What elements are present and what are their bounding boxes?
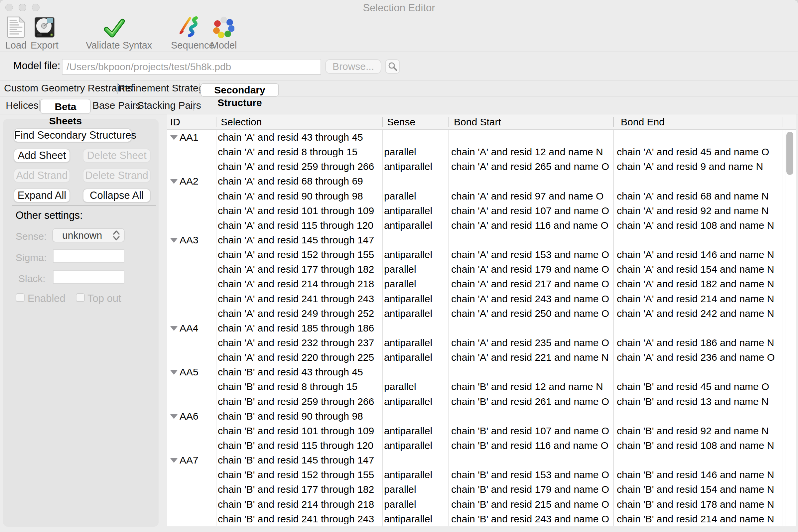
cell-selection: chain 'A' and resid 145 through 147 (218, 233, 374, 247)
table-row[interactable]: chain 'A' and resid 177 through 182 para… (167, 262, 796, 277)
cell-bond-start: chain 'B' and resid 116 and name O (451, 438, 608, 453)
table-row[interactable]: chain 'B' and resid 101 through 109 anti… (167, 424, 796, 438)
vertical-scrollbar-thumb[interactable] (786, 132, 793, 175)
disclosure-triangle-icon[interactable] (170, 135, 177, 140)
slack-field[interactable] (53, 270, 125, 284)
cell-sense: antiparallel (384, 306, 432, 321)
cell-bond-start: chain 'A' and resid 107 and name O (451, 204, 609, 218)
load-button[interactable]: Load (3, 15, 29, 51)
table-row[interactable]: chain 'A' and resid 115 through 120 anti… (167, 218, 796, 233)
expand-all-button[interactable]: Expand All (14, 189, 70, 203)
table-row[interactable]: AA5 chain 'B' and resid 43 through 45 (167, 365, 796, 379)
subtab-base-pairs[interactable]: Base Pairs (92, 97, 132, 114)
column-header-bond-start[interactable]: Bond Start (454, 114, 501, 129)
column-separator (216, 130, 216, 526)
subtab-separator (39, 100, 40, 111)
subtab-helices[interactable]: Helices (5, 97, 39, 114)
cell-selection: chain 'B' and resid 43 through 45 (218, 365, 363, 379)
table-row[interactable]: chain 'A' and resid 214 through 218 para… (167, 277, 796, 291)
table-row[interactable]: AA3 chain 'A' and resid 145 through 147 (167, 233, 796, 247)
table-row[interactable]: chain 'B' and resid 241 through 243 anti… (167, 512, 796, 526)
table-row[interactable]: chain 'A' and resid 249 through 252 anti… (167, 306, 796, 321)
sense-dropdown[interactable]: unknown (52, 228, 125, 242)
column-header-sense[interactable]: Sense (387, 114, 415, 129)
table-row[interactable]: AA7 chain 'B' and resid 145 through 147 (167, 453, 796, 468)
add-strand-button[interactable]: Add Strand (14, 169, 70, 183)
table-row[interactable]: chain 'A' and resid 152 through 155 anti… (167, 247, 796, 262)
tab-custom-geometry-restraints[interactable]: Custom Geometry Restraints (4, 80, 116, 96)
column-resize-handle[interactable] (782, 117, 782, 127)
model-file-label: Model file: (13, 57, 60, 75)
cell-selection: chain 'A' and resid 101 through 109 (218, 204, 374, 218)
sigma-field[interactable] (53, 249, 125, 263)
table-row[interactable]: AA2 chain 'A' and resid 68 through 69 (167, 174, 796, 189)
disclosure-triangle-icon[interactable] (170, 414, 177, 419)
sigma-label: Sigma: (16, 252, 46, 263)
disclosure-triangle-icon[interactable] (170, 238, 177, 243)
cell-bond-start: chain 'A' and resid 265 and name O (451, 159, 609, 174)
table-row[interactable]: chain 'B' and resid 152 through 155 anti… (167, 468, 796, 482)
sequence-button[interactable]: Sequence (171, 15, 208, 51)
disclosure-triangle-icon[interactable] (170, 370, 177, 375)
column-header-bond-end[interactable]: Bond End (621, 114, 665, 129)
cell-bond-end: chain 'B' and resid 146 and name N (617, 468, 774, 482)
table-row[interactable]: chain 'B' and resid 177 through 182 para… (167, 482, 796, 497)
collapse-all-button[interactable]: Collapse All (83, 189, 151, 203)
sense-value: unknown (62, 230, 102, 241)
table-row[interactable]: AA4 chain 'A' and resid 185 through 186 (167, 321, 796, 336)
model-label: Model (209, 40, 239, 51)
model-button[interactable]: Model (209, 15, 239, 51)
table-row[interactable]: chain 'B' and resid 115 through 120 anti… (167, 438, 796, 453)
search-button[interactable] (385, 59, 400, 74)
titlebar: Selection Editor (0, 0, 798, 15)
browse-button[interactable]: Browse... (325, 59, 381, 74)
validate-syntax-button[interactable]: Validate Syntax (86, 15, 143, 51)
cell-selection: chain 'A' and resid 90 through 98 (218, 189, 363, 204)
table-row[interactable]: AA6 chain 'B' and resid 90 through 98 (167, 409, 796, 424)
disclosure-triangle-icon[interactable] (170, 458, 177, 463)
tab-refinement-strategy[interactable]: Refinement Strategy (118, 80, 199, 96)
enabled-checkbox[interactable] (16, 293, 25, 302)
table-row[interactable]: chain 'A' and resid 232 through 237 anti… (167, 336, 796, 350)
export-button[interactable]: Export (31, 15, 58, 51)
column-resize-handle[interactable] (613, 117, 614, 127)
table-row[interactable]: chain 'A' and resid 8 through 15 paralle… (167, 145, 796, 159)
table-row[interactable]: chain 'A' and resid 241 through 243 anti… (167, 291, 796, 306)
sequence-ribbon-icon (171, 15, 208, 38)
table-row[interactable]: chain 'A' and resid 259 through 266 anti… (167, 159, 796, 174)
delete-sheet-button[interactable]: Delete Sheet (83, 149, 151, 163)
tab-secondary-structure[interactable]: Secondary Structure (201, 83, 279, 97)
top-out-checkbox[interactable] (76, 293, 85, 302)
table-row[interactable]: chain 'B' and resid 259 through 266 anti… (167, 394, 796, 409)
cell-id: AA7 (179, 453, 198, 468)
cell-selection: chain 'A' and resid 214 through 218 (218, 277, 374, 291)
column-resize-handle[interactable] (382, 117, 383, 127)
subtab-beta-sheets[interactable]: Beta Sheets (40, 99, 91, 114)
find-secondary-structures-button[interactable]: Find Secondary Structures (14, 128, 132, 142)
column-header-id[interactable]: ID (170, 114, 180, 129)
table-row[interactable]: AA1 chain 'A' and resid 43 through 45 (167, 130, 796, 145)
column-header-selection[interactable]: Selection (221, 114, 262, 129)
disclosure-triangle-icon[interactable] (170, 326, 177, 331)
table-row[interactable]: chain 'B' and resid 214 through 218 para… (167, 497, 796, 512)
cell-bond-start: chain 'A' and resid 243 and name O (451, 291, 609, 306)
table-row[interactable]: chain 'A' and resid 101 through 109 anti… (167, 204, 796, 218)
column-resize-handle[interactable] (216, 117, 216, 127)
cell-sense: antiparallel (384, 247, 432, 262)
table-row[interactable]: chain 'B' and resid 8 through 15 paralle… (167, 379, 796, 394)
cell-bond-start: chain 'A' and resid 153 and name O (451, 247, 609, 262)
model-file-input[interactable] (62, 59, 321, 75)
cell-id: AA6 (179, 409, 198, 424)
add-sheet-button[interactable]: Add Sheet (14, 149, 70, 163)
table-row[interactable]: chain 'A' and resid 90 through 98 parall… (167, 189, 796, 204)
subtab-stacking-pairs[interactable]: Stacking Pairs (137, 97, 191, 114)
column-resize-handle[interactable] (448, 117, 449, 127)
delete-strand-button[interactable]: Delete Strand (83, 169, 151, 183)
cell-selection: chain 'B' and resid 152 through 155 (218, 468, 374, 482)
cell-bond-end: chain 'A' and resid 68 and name N (617, 189, 769, 204)
disclosure-triangle-icon[interactable] (170, 179, 177, 184)
sense-label: Sense: (16, 231, 46, 242)
subtab-separator (193, 100, 193, 111)
table-row[interactable]: chain 'A' and resid 220 through 225 anti… (167, 350, 796, 365)
cell-bond-start: chain 'B' and resid 179 and name O (451, 482, 609, 497)
